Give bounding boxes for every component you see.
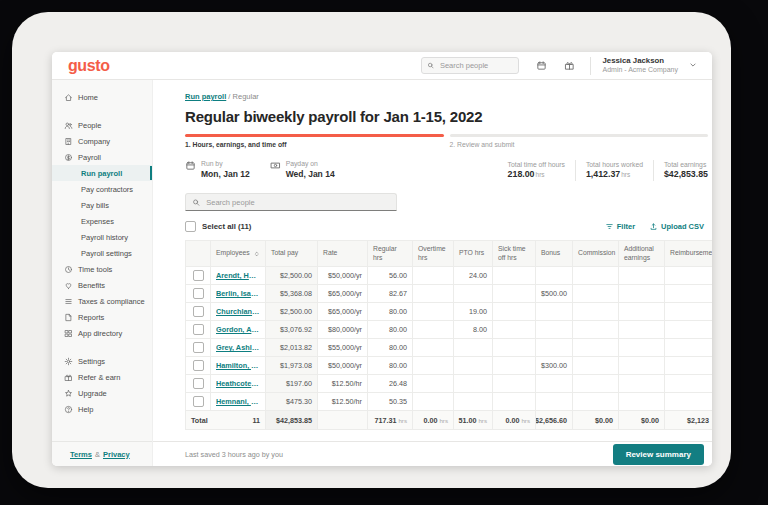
topbar-search[interactable] [421,57,519,74]
gift-button[interactable] [564,60,575,71]
employee-link[interactable]: Hamilton, Alex... [216,361,260,370]
row-checkbox[interactable] [193,270,204,281]
header-checkbox-cell [186,241,211,267]
sidebar-item-run-payroll[interactable]: Run payroll [52,165,152,181]
upload-csv-button[interactable]: Upload CSV [649,222,704,231]
cell: 50.35 [368,393,413,411]
cell [454,357,493,375]
filter-label: Filter [617,222,635,231]
table-search-input[interactable] [204,197,390,208]
select-all-checkbox[interactable] [185,221,196,232]
sidebar-item-people[interactable]: People [52,117,152,133]
breadcrumb-run-payroll-link[interactable]: Run payroll [185,92,226,101]
sidebar-item-refer-earn[interactable]: Refer & earn [52,369,152,385]
topbar-search-input[interactable] [438,60,513,71]
sidebar-nav: HomePeopleCompanyPayrollRun payrollPay c… [52,80,152,441]
employee-link[interactable]: Hemnani, Romil [216,397,260,406]
stat-unit: hrs [536,171,545,178]
calendar-button[interactable] [536,60,547,71]
sidebar-item-benefits[interactable]: Benefits [52,277,152,293]
employee-link[interactable]: Berlin, Isaiah [216,289,260,298]
cell [573,321,619,339]
total-value: $2,656.60 [536,416,567,425]
row-checkbox-cell [186,321,211,339]
total-count: 11 [252,416,260,425]
content-footer: Last saved 3 hours ago by you Review sum… [153,441,712,466]
stat-label: Total time off hours [508,160,565,169]
cell: 82.67 [368,285,413,303]
sidebar-item-taxes-compliance[interactable]: Taxes & compliance [52,293,152,309]
employee-link[interactable]: Arendt, Hannah [216,271,260,280]
table-search[interactable] [185,193,397,211]
sidebar-item-app-directory[interactable]: App directory [52,325,152,341]
row-checkbox-cell [186,285,211,303]
employee-cell: Berlin, Isaiah [211,285,266,303]
sidebar-item-reports[interactable]: Reports [52,309,152,325]
cell: $2,013.82 [266,339,318,357]
cell: 19.00 [454,303,493,321]
employee-link[interactable]: Heathcote, Gio... [216,379,260,388]
column-header-additional-earnings: Additional earnings [619,241,665,267]
row-checkbox[interactable] [193,342,204,353]
company-icon [64,137,73,146]
cell [493,285,536,303]
column-header-employees[interactable]: Employees [211,241,266,267]
total-label-cell: Total11 [186,411,266,430]
sidebar-item-upgrade[interactable]: Upgrade [52,385,152,401]
cell [573,393,619,411]
cell [619,357,665,375]
row-checkbox[interactable] [193,306,204,317]
apps-icon [64,329,73,338]
step-2-review-submit[interactable]: 2. Review and submit [450,134,709,148]
sidebar-item-payroll[interactable]: Payroll [52,149,152,165]
cell: $197.60 [266,375,318,393]
review-summary-button[interactable]: Review summary [613,444,704,465]
user-role: Admin - Acme Company [603,66,678,75]
sidebar-item-time-tools[interactable]: Time tools [52,261,152,277]
row-checkbox[interactable] [193,324,204,335]
payroll-meta-row: Run by Mon, Jan 12 Payday on Wed, Jan 14 [185,160,708,181]
row-checkbox[interactable] [193,288,204,299]
employee-link[interactable]: Churchland, Pa... [216,307,260,316]
sidebar-item-payroll-settings[interactable]: Payroll settings [52,245,152,261]
cell [619,375,665,393]
sidebar-item-settings[interactable]: Settings [52,353,152,369]
row-checkbox[interactable] [193,360,204,371]
employee-link[interactable]: Gordon, Albert [216,325,260,334]
total-cell: $42,853.85 [266,411,318,430]
table-header-row: EmployeesTotal payRateRegular hrsOvertim… [186,241,712,267]
employee-link[interactable]: Grey, Ashlan [216,343,260,352]
user-menu[interactable]: Jessica Jackson Admin - Acme Company [603,56,698,74]
sidebar-item-pay-bills[interactable]: Pay bills [52,197,152,213]
privacy-link[interactable]: Privacy [103,450,130,459]
row-checkbox-cell [186,339,211,357]
row-checkbox[interactable] [193,396,204,407]
sidebar-item-label: Upgrade [78,389,107,398]
cell: 56.00 [368,267,413,285]
cell [454,393,493,411]
terms-link[interactable]: Terms [70,450,92,459]
settings-icon [64,357,73,366]
sidebar-item-help[interactable]: Help [52,401,152,417]
row-checkbox[interactable] [193,378,204,389]
sidebar-item-company[interactable]: Company [52,133,152,149]
calendar-icon [536,60,547,71]
step-1-hours-earnings[interactable]: 1. Hours, earnings, and time off [185,134,444,148]
sidebar-item-label: Pay bills [81,201,109,210]
sidebar-item-expenses[interactable]: Expenses [52,213,152,229]
cell: $65,000/yr [318,303,368,321]
sidebar-item-home[interactable]: Home [52,89,152,105]
cell [413,393,454,411]
total-cell: 51.00hrs [454,411,493,430]
cell: 80.00 [368,321,413,339]
sidebar-item-payroll-history[interactable]: Payroll history [52,229,152,245]
sidebar-item-label: Payroll [78,153,101,162]
cell: $2,500.00 [266,303,318,321]
column-header-label: Reimburseme [670,249,712,257]
sidebar-item-pay-contractors[interactable]: Pay contractors [52,181,152,197]
column-header-rate: Rate [318,241,368,267]
cell: 8.00 [454,321,493,339]
cell [493,375,536,393]
banknote-icon [270,160,281,171]
filter-button[interactable]: Filter [605,222,635,231]
